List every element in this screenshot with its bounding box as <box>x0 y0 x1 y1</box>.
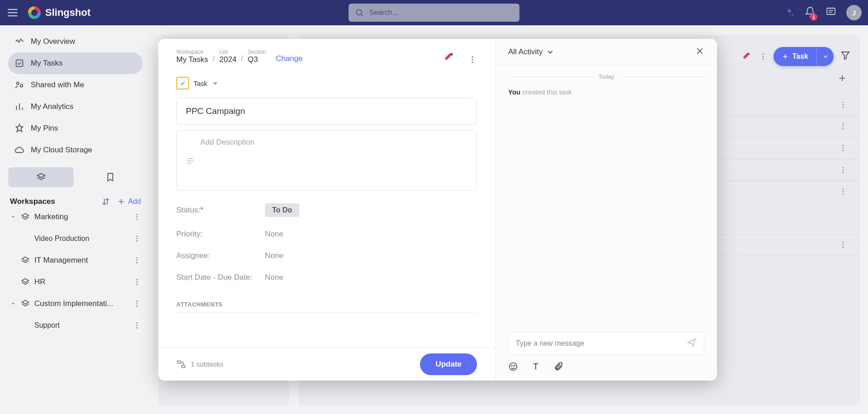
crumb-list-label: List <box>219 49 236 55</box>
priority-value[interactable]: None <box>265 230 283 239</box>
task-type-label: Task <box>193 80 208 87</box>
assignee-value[interactable]: None <box>265 251 283 260</box>
svg-point-64 <box>451 53 453 55</box>
status-label: Status:* <box>176 206 265 215</box>
subtasks-indicator[interactable]: 1 subtasks <box>176 359 223 369</box>
status-value[interactable]: To Do <box>265 203 299 217</box>
activity-entry: You created this task <box>508 88 704 96</box>
close-icon <box>695 47 704 56</box>
activity-filter[interactable]: All Activity <box>508 47 555 56</box>
task-type-icon <box>176 77 189 89</box>
activity-title: All Activity <box>508 47 543 56</box>
task-title-input[interactable] <box>176 98 477 125</box>
send-icon <box>687 338 697 348</box>
task-modal: Workspace My Tasks / List 2024 / Section… <box>158 39 717 381</box>
svg-point-67 <box>472 62 473 63</box>
message-input[interactable] <box>516 339 687 348</box>
task-more-icon[interactable] <box>468 55 477 64</box>
svg-rect-71 <box>178 361 181 363</box>
svg-point-77 <box>514 365 515 366</box>
send-button[interactable] <box>687 338 697 349</box>
crumb-workspace-label: Workspace <box>176 49 208 55</box>
priority-label: Priority: <box>176 230 265 239</box>
close-button[interactable] <box>695 47 704 57</box>
attachment-icon[interactable] <box>553 362 563 372</box>
svg-point-76 <box>511 365 512 366</box>
assignee-label: Assignee: <box>176 251 265 260</box>
svg-point-75 <box>509 363 517 371</box>
subtasks-icon <box>176 359 186 369</box>
emoji-icon[interactable] <box>508 362 518 372</box>
rocket-icon[interactable] <box>443 51 455 64</box>
dates-value[interactable]: None <box>265 273 283 282</box>
task-type-selector[interactable]: Task <box>176 77 477 89</box>
crumb-workspace-value[interactable]: My Tasks <box>176 55 208 64</box>
chevron-down-icon <box>546 47 555 56</box>
activity-date-divider: Today <box>508 73 704 80</box>
subtasks-count: 1 subtasks <box>191 360 223 368</box>
chevron-down-icon <box>212 80 218 86</box>
svg-point-65 <box>472 56 473 58</box>
crumb-list-value[interactable]: 2024 <box>219 55 236 64</box>
description-icon <box>186 139 195 183</box>
attachments-heading: ATTACHMENTS <box>176 301 477 313</box>
crumb-section-value[interactable]: Q3 <box>248 55 266 64</box>
update-button[interactable]: Update <box>420 353 477 375</box>
svg-rect-72 <box>182 365 185 367</box>
text-format-icon[interactable] <box>531 362 541 372</box>
svg-point-66 <box>472 59 473 61</box>
crumb-section-label: Section <box>248 49 266 55</box>
dates-label: Start Date - Due Date: <box>176 273 265 282</box>
task-description-input[interactable] <box>200 138 467 183</box>
crumb-change-link[interactable]: Change <box>276 54 303 64</box>
